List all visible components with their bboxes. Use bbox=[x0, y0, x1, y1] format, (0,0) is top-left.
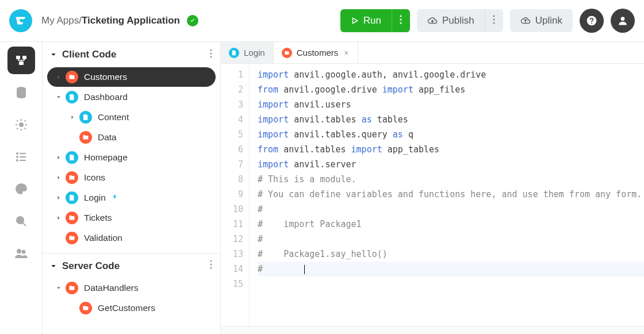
tab-login[interactable]: Login bbox=[221, 42, 274, 63]
folder-icon bbox=[66, 171, 78, 184]
publish-button[interactable]: Publish bbox=[417, 9, 485, 32]
tree-item-label: Customers bbox=[84, 72, 127, 82]
code-line[interactable]: from anvil.google.drive import app_files bbox=[258, 82, 644, 97]
line-number: 1 bbox=[221, 67, 243, 82]
tree-item-login[interactable]: Login bbox=[47, 188, 216, 208]
account-button[interactable] bbox=[611, 9, 635, 33]
code-body[interactable]: import anvil.google.auth, anvil.google.d… bbox=[250, 64, 644, 326]
chevron-right-icon[interactable] bbox=[52, 174, 66, 181]
tree-item-dashboard[interactable]: Dashboard bbox=[47, 87, 216, 107]
publish-button-label: Publish bbox=[442, 15, 474, 26]
code-line[interactable]: # This is a module. bbox=[258, 172, 644, 187]
svg-point-24 bbox=[17, 249, 21, 253]
rail-search[interactable] bbox=[7, 208, 35, 235]
svg-point-21 bbox=[23, 187, 24, 189]
code-line[interactable]: import anvil.users bbox=[258, 97, 644, 112]
line-number: 6 bbox=[221, 142, 243, 157]
uplink-button[interactable]: Uplink bbox=[510, 9, 573, 32]
rail-theme[interactable] bbox=[7, 175, 35, 203]
tab-label: Login bbox=[244, 48, 265, 57]
svg-rect-8 bbox=[16, 56, 20, 59]
code-line[interactable]: import anvil.tables as tables bbox=[258, 112, 644, 127]
code-line[interactable]: # Package1.say_hello() bbox=[258, 247, 644, 262]
folder-icon bbox=[66, 232, 78, 244]
rail-list[interactable] bbox=[7, 143, 35, 171]
tree-item-label: Icons bbox=[84, 172, 105, 183]
tree-item-icons[interactable]: Icons bbox=[47, 168, 216, 187]
code-line[interactable]: # import Package1 bbox=[258, 217, 644, 232]
code-line[interactable] bbox=[258, 277, 644, 291]
server-code-title: Server Code bbox=[62, 260, 120, 272]
tree-item-validation[interactable]: Validation bbox=[47, 228, 216, 248]
client-code-menu[interactable] bbox=[208, 49, 214, 61]
svg-point-4 bbox=[493, 15, 495, 17]
rail-app-browser[interactable] bbox=[7, 47, 35, 74]
tree-item-getcustomers[interactable]: GetCustomers bbox=[47, 298, 216, 318]
uplink-button-label: Uplink bbox=[535, 15, 562, 26]
svg-point-31 bbox=[210, 267, 212, 268]
svg-point-30 bbox=[210, 263, 212, 265]
rail-settings[interactable] bbox=[7, 111, 35, 139]
tree-item-content[interactable]: Content bbox=[47, 108, 216, 127]
code-line[interactable]: # bbox=[258, 232, 644, 247]
tree-item-customers[interactable]: Customers bbox=[47, 67, 216, 87]
folder-icon bbox=[79, 131, 92, 144]
tree-item-tickets[interactable]: Tickets bbox=[47, 208, 216, 228]
code-line[interactable]: import anvil.server bbox=[258, 157, 644, 172]
svg-point-12 bbox=[20, 123, 23, 126]
svg-point-26 bbox=[210, 49, 212, 51]
svg-point-6 bbox=[493, 22, 495, 24]
code-editor[interactable]: 123456789101112131415 import anvil.googl… bbox=[221, 64, 644, 326]
breadcrumb-app-name[interactable]: Ticketing Application bbox=[82, 15, 180, 26]
tab-customers[interactable]: Customers× bbox=[274, 42, 359, 63]
chevron-down-icon bbox=[48, 262, 59, 270]
line-number: 15 bbox=[221, 277, 243, 291]
folder-icon bbox=[66, 212, 78, 224]
publish-menu-button[interactable] bbox=[485, 9, 503, 32]
anvil-logo[interactable] bbox=[9, 9, 32, 32]
code-line[interactable]: # bbox=[258, 262, 644, 277]
folder-icon bbox=[79, 302, 92, 314]
line-number: 3 bbox=[221, 97, 243, 112]
run-menu-button[interactable] bbox=[392, 9, 410, 32]
line-number: 9 bbox=[221, 187, 243, 202]
help-button[interactable] bbox=[580, 9, 604, 33]
rail-database[interactable] bbox=[7, 79, 35, 106]
code-line[interactable]: import anvil.google.auth, anvil.google.d… bbox=[258, 67, 644, 82]
nav-rail bbox=[0, 42, 42, 334]
code-line[interactable]: # bbox=[258, 202, 644, 217]
tree-item-label: GetCustomers bbox=[98, 303, 155, 313]
server-code-section-header[interactable]: Server Code bbox=[43, 253, 220, 278]
svg-point-7 bbox=[621, 17, 625, 21]
code-line[interactable]: import anvil.tables.query as q bbox=[258, 127, 644, 142]
svg-point-5 bbox=[493, 18, 495, 20]
chevron-right-icon[interactable] bbox=[52, 74, 66, 80]
form-icon bbox=[229, 48, 239, 58]
tree-item-label: Content bbox=[98, 112, 129, 122]
rail-collaborators[interactable] bbox=[7, 240, 35, 267]
horizontal-scrollbar[interactable] bbox=[221, 326, 644, 334]
svg-point-25 bbox=[22, 251, 25, 254]
chevron-down-icon[interactable] bbox=[52, 285, 66, 291]
line-number: 13 bbox=[221, 247, 243, 262]
run-button[interactable]: Run bbox=[340, 9, 392, 32]
chevron-right-icon[interactable] bbox=[52, 214, 66, 221]
chevron-down-icon[interactable] bbox=[52, 94, 66, 101]
code-line[interactable]: from anvil.tables import app_tables bbox=[258, 142, 644, 157]
tab-close-button[interactable]: × bbox=[343, 48, 350, 57]
code-line[interactable]: # You can define variables and functions… bbox=[258, 187, 644, 202]
client-code-section-header[interactable]: Client Code bbox=[43, 42, 220, 67]
sidebar: Client Code CustomersDashboardContentDat… bbox=[42, 42, 221, 334]
svg-rect-9 bbox=[22, 56, 26, 59]
chevron-right-icon[interactable] bbox=[52, 194, 66, 201]
chevron-right-icon[interactable] bbox=[52, 154, 66, 161]
breadcrumb-root[interactable]: My Apps bbox=[41, 15, 79, 26]
tree-item-data[interactable]: Data bbox=[47, 128, 216, 147]
svg-point-1 bbox=[400, 15, 402, 17]
tree-item-homepage[interactable]: Homepage bbox=[47, 148, 216, 167]
tree-item-datahandlers[interactable]: DataHandlers bbox=[47, 278, 216, 298]
svg-point-20 bbox=[21, 186, 22, 187]
svg-line-23 bbox=[22, 223, 26, 226]
server-code-menu[interactable] bbox=[208, 260, 214, 272]
chevron-right-icon[interactable] bbox=[66, 114, 79, 121]
